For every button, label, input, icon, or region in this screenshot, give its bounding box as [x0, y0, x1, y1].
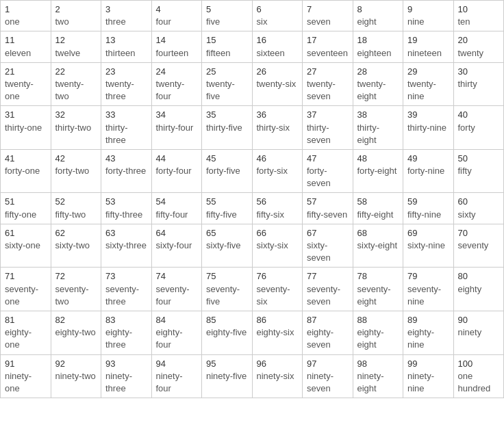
- number-cell: 40 forty: [453, 106, 504, 150]
- number-cell: 31 thirty-one: [1, 106, 51, 150]
- number-value: 16: [257, 34, 299, 47]
- number-cell: 78 seventy-eight: [353, 268, 403, 311]
- number-cell: 56 fifty-six: [252, 193, 303, 224]
- number-cell: 41 forty-one: [1, 149, 51, 193]
- number-value: 10: [458, 3, 500, 16]
- number-word: sixty-four: [156, 239, 198, 252]
- number-cell: 38 thirty-eight: [353, 106, 403, 150]
- number-word: seventy-six: [257, 283, 299, 308]
- number-cell: 15 fifteen: [202, 31, 253, 62]
- number-value: 97: [307, 358, 349, 370]
- number-word: seventy: [458, 239, 500, 252]
- number-value: 7: [307, 3, 349, 16]
- number-cell: 16 sixteen: [252, 31, 303, 62]
- number-word: eighty-two: [55, 326, 97, 339]
- number-word: thirty-three: [105, 122, 147, 146]
- number-value: 99: [407, 358, 449, 370]
- number-cell: 44 forty-four: [151, 149, 202, 193]
- number-cell: 13 thirteen: [101, 31, 152, 62]
- number-word: fifty-two: [55, 209, 97, 221]
- number-cell: 58 fifty-eight: [353, 193, 403, 224]
- number-word: seven: [307, 16, 349, 28]
- number-word: thirty: [458, 78, 500, 90]
- number-cell: 29 twenty-nine: [403, 62, 454, 106]
- number-word: eleven: [5, 47, 47, 60]
- number-word: seventy-four: [156, 283, 198, 308]
- number-word: ninety-five: [206, 370, 248, 382]
- number-cell: 71 seventy-one: [1, 268, 51, 311]
- number-value: 56: [257, 196, 299, 208]
- number-value: 8: [357, 3, 399, 16]
- number-value: 17: [307, 34, 349, 47]
- number-value: 52: [55, 196, 97, 208]
- number-word: twenty-seven: [307, 78, 349, 103]
- number-cell: 97 ninety-seven: [303, 354, 353, 398]
- number-value: 44: [156, 153, 198, 165]
- number-word: nine: [407, 16, 449, 28]
- number-word: twelve: [55, 47, 97, 60]
- number-cell: 73 seventy-three: [101, 268, 152, 311]
- number-cell: 12 twelve: [51, 31, 101, 62]
- number-word: fifty-seven: [307, 209, 349, 221]
- number-cell: 88 eighty-eight: [353, 311, 403, 354]
- number-value: 12: [55, 34, 97, 47]
- number-word: ninety-one: [5, 370, 47, 395]
- number-word: six: [257, 16, 299, 28]
- number-word: ninety-nine: [407, 370, 449, 395]
- number-value: 89: [407, 314, 449, 326]
- number-value: 25: [206, 66, 248, 78]
- number-value: 4: [156, 3, 198, 16]
- number-value: 33: [105, 109, 147, 121]
- number-value: 23: [105, 66, 147, 78]
- number-word: five: [206, 16, 248, 28]
- number-value: 18: [357, 34, 399, 47]
- number-cell: 60 sixty: [453, 193, 504, 224]
- number-word: fifty-three: [105, 209, 147, 221]
- number-value: 45: [206, 153, 248, 165]
- number-word: sixty-five: [206, 239, 248, 252]
- number-cell: 19 nineteen: [403, 31, 454, 62]
- number-word: thirty-one: [5, 122, 47, 134]
- number-value: 90: [458, 314, 500, 326]
- number-cell: 82 eighty-two: [51, 311, 101, 354]
- number-value: 81: [5, 314, 47, 326]
- number-cell: 34 thirty-four: [151, 106, 202, 150]
- number-cell: 30 thirty: [453, 62, 504, 106]
- number-cell: 66 sixty-six: [252, 224, 303, 268]
- number-cell: 4 four: [151, 1, 202, 31]
- number-value: 21: [5, 66, 47, 78]
- number-value: 9: [407, 3, 449, 16]
- number-cell: 35 thirty-five: [202, 106, 253, 150]
- number-cell: 64 sixty-four: [151, 224, 202, 268]
- number-word: fifty: [458, 165, 500, 177]
- number-value: 11: [5, 34, 47, 47]
- number-word: fifty-six: [257, 209, 299, 221]
- number-cell: 69 sixty-nine: [403, 224, 454, 268]
- number-word: thirteen: [105, 47, 147, 60]
- number-word: twenty-three: [105, 78, 147, 103]
- number-word: thirty-five: [206, 122, 248, 134]
- number-value: 30: [458, 66, 500, 78]
- number-word: eighty-six: [257, 326, 299, 339]
- number-value: 38: [357, 109, 399, 121]
- number-cell: 45 forty-five: [202, 149, 253, 193]
- number-value: 98: [357, 358, 399, 370]
- number-word: twenty-five: [206, 78, 248, 103]
- number-value: 85: [206, 314, 248, 326]
- number-word: forty-nine: [407, 165, 449, 177]
- number-value: 55: [206, 196, 248, 208]
- number-cell: 68 sixty-eight: [353, 224, 403, 268]
- number-word: twenty: [458, 47, 500, 60]
- number-value: 39: [407, 109, 449, 121]
- number-word: seventy-nine: [407, 283, 449, 308]
- number-value: 27: [307, 66, 349, 78]
- number-cell: 70 seventy: [453, 224, 504, 268]
- number-value: 66: [257, 227, 299, 239]
- number-value: 93: [105, 358, 147, 370]
- number-value: 34: [156, 109, 198, 121]
- number-value: 53: [105, 196, 147, 208]
- number-value: 13: [105, 34, 147, 47]
- number-cell: 75 seventy-five: [202, 268, 253, 311]
- number-value: 86: [257, 314, 299, 326]
- number-word: one: [5, 16, 47, 28]
